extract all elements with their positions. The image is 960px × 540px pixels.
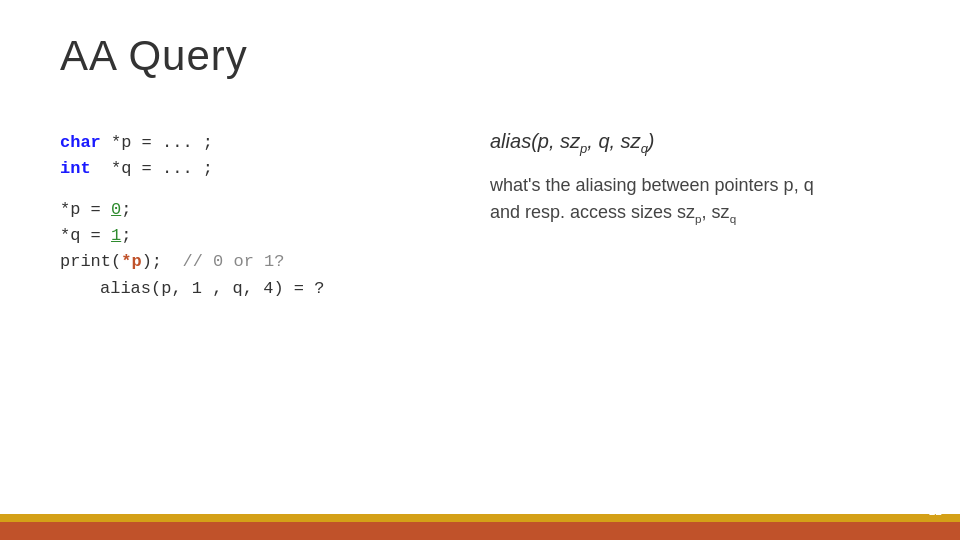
slide-title: AA Query bbox=[60, 32, 248, 80]
code-comment: // 0 or 1? bbox=[182, 249, 284, 275]
keyword-char: char bbox=[60, 130, 101, 156]
keyword-int: int bbox=[60, 156, 101, 182]
assign2-post: ; bbox=[121, 223, 131, 249]
description-block: alias(p, szp, q, szq) what's the aliasin… bbox=[490, 130, 920, 227]
val-0: 0 bbox=[111, 197, 121, 223]
alias-header: alias(p, szp, q, szq) bbox=[490, 130, 920, 156]
page-number: 22 bbox=[929, 504, 942, 518]
bottom-bar-yellow bbox=[0, 514, 960, 522]
print-highlight: *p bbox=[121, 249, 141, 275]
alias-fn-name: alias(p, szp, q, szq) bbox=[490, 130, 655, 152]
print-post: ); bbox=[142, 249, 162, 275]
code-line-1: char *p = ... ; bbox=[60, 130, 324, 156]
code-rest-1: *p = ... ; bbox=[101, 130, 213, 156]
alias-call-text: alias(p, 1 , q, 4) = ? bbox=[100, 276, 324, 302]
code-line-4: *q = 1; bbox=[60, 223, 324, 249]
val-1: 1 bbox=[111, 223, 121, 249]
slide: AA Query char *p = ... ; int *q = ... ; … bbox=[0, 0, 960, 540]
code-line-2: int *q = ... ; bbox=[60, 156, 324, 182]
code-line-5: print(*p); // 0 or 1? bbox=[60, 249, 324, 275]
desc-text-2: and resp. access sizes szp, szq bbox=[490, 202, 736, 222]
code-line-3: *p = 0; bbox=[60, 197, 324, 223]
bottom-bar-orange bbox=[0, 522, 960, 540]
code-block: char *p = ... ; int *q = ... ; *p = 0; *… bbox=[60, 130, 324, 302]
assign2-pre: *q = bbox=[60, 223, 111, 249]
assign1-post: ; bbox=[121, 197, 131, 223]
desc-text-1: what's the aliasing between pointers p, … bbox=[490, 175, 814, 195]
print-pre: print( bbox=[60, 249, 121, 275]
assign1-pre: *p = bbox=[60, 197, 111, 223]
code-rest-2: *q = ... ; bbox=[101, 156, 213, 182]
code-line-alias: alias(p, 1 , q, 4) = ? bbox=[100, 276, 324, 302]
alias-description: what's the aliasing between pointers p, … bbox=[490, 172, 920, 227]
